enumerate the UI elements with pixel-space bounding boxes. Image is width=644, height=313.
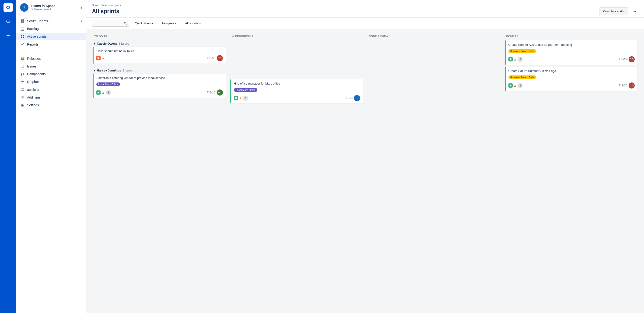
svg-line-3 [9, 23, 10, 24]
column-inprogress-header: IN PROGRESS 6 [229, 33, 364, 40]
more-options-button[interactable]: ··· [630, 8, 638, 15]
svg-rect-10 [22, 21, 24, 23]
card-tis-15-avatar: HJ [217, 90, 223, 96]
board-icon [20, 19, 25, 23]
svg-rect-36 [510, 58, 512, 60]
sidebar-item-components[interactable]: Components [16, 70, 86, 78]
sidebar-item-apollo-ui[interactable]: apollo-ui [16, 86, 86, 93]
card-tis-29-meta: TIS-29 CO [619, 56, 635, 62]
card-tis-30[interactable]: Create Saturn Summer Sizzle Logo Summer … [505, 67, 638, 91]
sidebar-item-add[interactable]: Add item [16, 93, 86, 101]
card-tis-55-footer: ▲ TIS-55 CO [96, 55, 223, 61]
svg-rect-17 [23, 37, 24, 38]
add-icon [20, 95, 25, 99]
complete-sprint-button[interactable]: Complete sprint [599, 8, 628, 15]
sidebar-item-add-label: Add item [27, 96, 40, 99]
swimlane-collapse-icon: ▾ [94, 42, 96, 45]
svg-point-2 [6, 20, 9, 23]
column-todo-body: ▾ Cassie Owens 3 issues Links should not… [92, 40, 226, 104]
svg-rect-12 [21, 29, 24, 30]
assignee-filter-button[interactable]: Assignee ▾ [159, 20, 180, 26]
sidebar-item-scrum[interactable]: Scrum: Teams i... ▾ [16, 17, 86, 25]
swimlane-cassie-todo: ▾ Cassie Owens 3 issues Links should not… [93, 41, 226, 64]
column-codereview-header: CODE REVIEW 1 [366, 33, 501, 40]
priority-icon: ▲ [514, 58, 517, 61]
svg-rect-34 [98, 92, 100, 93]
column-inprogress-count: 6 [252, 35, 253, 38]
svg-rect-13 [21, 30, 24, 31]
main-header: Scrum: Teams in Space All sprints Comple… [86, 0, 644, 18]
card-tis-55-avatar: CO [217, 55, 223, 61]
story-type-icon [96, 90, 100, 95]
swimlane-harvey-header[interactable]: ▾ Harvey Jennings 2 issues [93, 67, 226, 74]
svg-rect-22 [23, 74, 24, 75]
card-tis-50-title: Hire office manager for Mars office [234, 82, 360, 86]
card-tis-30-title: Create Saturn Summer Sizzle Logo [508, 69, 635, 73]
svg-rect-35 [235, 97, 237, 99]
svg-rect-21 [21, 74, 22, 76]
sidebar-item-reports[interactable]: Reports [16, 41, 86, 48]
sidebar-item-components-label: Components [27, 72, 46, 76]
sidebar-item-releases[interactable]: 📦 Releases [16, 55, 86, 62]
quick-filters-button[interactable]: Quick filters ▾ [132, 20, 156, 26]
card-tis-15-meta: TIS-15 HJ [207, 90, 222, 96]
sidebar-header: T Teams in Space Software project ▾ [16, 0, 86, 15]
sidebar-item-apollo-ui-label: apollo-ui [27, 88, 40, 92]
sidebar-item-active-sprints[interactable]: Active sprints [16, 33, 86, 41]
sidebar-item-backlog[interactable]: Backlog [16, 25, 86, 33]
app-logo[interactable] [4, 3, 13, 12]
swimlane-cassie-header[interactable]: ▾ Cassie Owens 3 issues [93, 41, 226, 47]
card-tis-55-title: Links should not be in italics [96, 49, 223, 53]
card-tis-15-footer: ▲ 4 TIS-15 HJ [96, 90, 223, 96]
search-box[interactable] [92, 20, 129, 27]
all-sprints-filter-label: All sprints [185, 22, 198, 25]
priority-icon: ▲ [102, 56, 105, 60]
icon-nav [0, 0, 16, 313]
card-tis-55-icons: ▲ [96, 56, 105, 60]
column-codereview: CODE REVIEW 1 [366, 33, 501, 104]
column-todo-count: 13 [104, 35, 107, 38]
card-tis-50[interactable]: Hire office manager for Mars office Loca… [230, 79, 363, 104]
swimlane-harvey-name: Harvey Jennings [97, 69, 121, 72]
card-tis-50-badge: 9 [243, 96, 248, 101]
swimlane-cassie-count: 3 issues [119, 42, 129, 45]
sidebar-item-active-sprints-label: Active sprints [27, 35, 46, 38]
column-codereview-label: CODE REVIEW [369, 35, 388, 38]
sidebar-item-dropbox-label: Dropbox [27, 80, 40, 84]
sidebar-item-dropbox[interactable]: Dropbox [16, 78, 86, 86]
priority-icon: ▲ [102, 91, 105, 94]
column-done-body: Create Banner Ads to use for partner mar… [504, 40, 639, 104]
card-tis-30-footer: ▲ 2 TIS-30 CO [508, 83, 635, 89]
card-tis-30-icons: ▲ 2 [508, 83, 523, 88]
settings-icon [20, 103, 25, 107]
column-done-label: DONE [506, 35, 514, 38]
create-nav-icon[interactable] [4, 31, 13, 40]
sidebar-item-settings[interactable]: Settings [16, 101, 86, 109]
swimlane-harvey-collapse-icon: ▾ [94, 69, 96, 72]
card-tis-55[interactable]: Links should not be in italics ▲ TIS-55 [93, 47, 226, 64]
svg-rect-16 [21, 37, 22, 38]
card-tis-15[interactable]: Establish a catering vendor to provide m… [93, 74, 226, 98]
column-todo-header: TO DO 13 [92, 33, 226, 40]
empty-cassie-codereview [368, 41, 500, 64]
search-nav-icon[interactable] [4, 17, 13, 26]
project-icon: T [20, 3, 28, 12]
all-sprints-filter-button[interactable]: All sprints ▾ [182, 20, 204, 26]
search-input-icon [124, 22, 127, 25]
dropbox-icon [20, 80, 25, 84]
svg-rect-11 [21, 28, 24, 28]
card-tis-29-tag: Summer Saturn Sale [508, 49, 536, 53]
card-tis-29-avatar: CO [628, 56, 635, 62]
sidebar-item-scrum-label: Scrum: Teams i... [27, 19, 52, 23]
card-tis-29[interactable]: Create Banner Ads to use for partner mar… [505, 41, 638, 65]
sidebar-item-settings-label: Settings [27, 103, 39, 107]
all-sprints-chevron-icon: ▾ [199, 22, 201, 25]
column-codereview-body [366, 40, 501, 104]
card-tis-50-avatar: HJ [354, 95, 360, 101]
search-input[interactable] [94, 22, 122, 25]
card-tis-30-id: TIS-30 [619, 84, 627, 87]
sidebar-item-issues[interactable]: Issues [16, 62, 86, 70]
project-chevron-icon[interactable]: ▾ [80, 5, 82, 10]
sidebar-item-backlog-label: Backlog [27, 27, 39, 31]
quick-filters-chevron-icon: ▾ [152, 22, 153, 25]
